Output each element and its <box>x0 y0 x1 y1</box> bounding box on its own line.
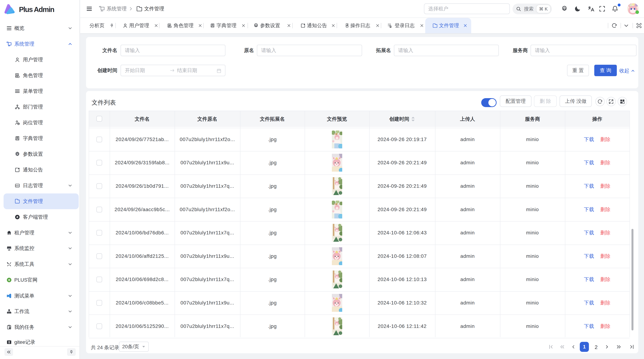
svg-text:DEV: DEV <box>16 185 19 187</box>
